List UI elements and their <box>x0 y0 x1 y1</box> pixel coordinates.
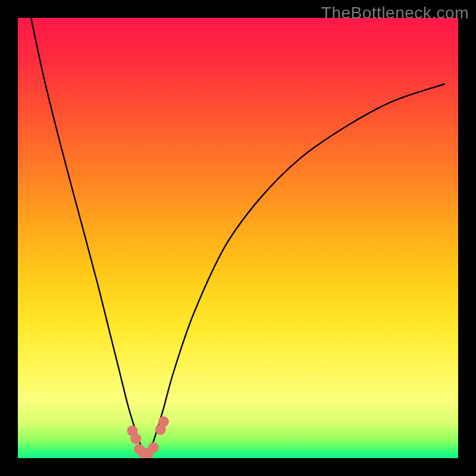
watermark-text: TheBottleneck.com <box>321 4 469 23</box>
bottleneck-curve <box>31 18 445 454</box>
chart-frame: TheBottleneck.com <box>0 0 476 476</box>
curve-layer <box>18 18 458 458</box>
plot-gradient-area <box>18 18 458 458</box>
curve-marker <box>148 442 159 453</box>
curve-marker <box>158 416 169 427</box>
curve-marker <box>130 433 141 444</box>
